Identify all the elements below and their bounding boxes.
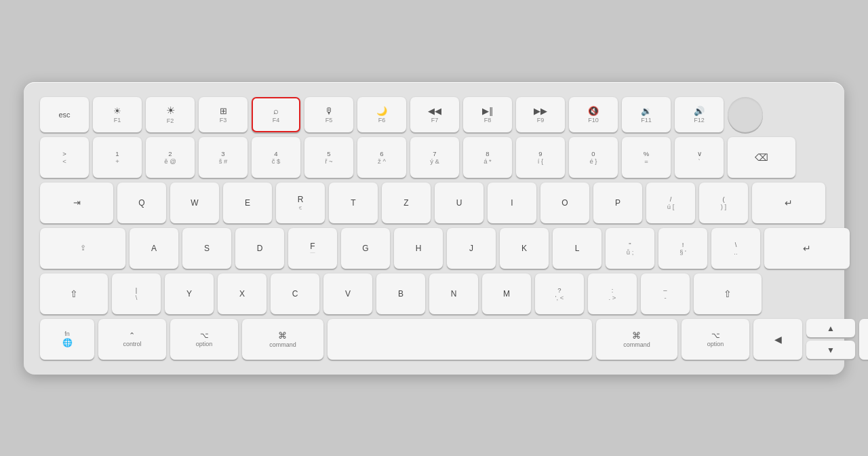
8-key[interactable]: 8 á *	[463, 137, 512, 178]
asdf-row: ⇪ A S D F — G H J K L	[40, 228, 828, 269]
function-key-row: esc ☀ F1 ☀ F2 ⊞ F3 ⌕ F4 🎙 F5 🌙 F6 ◀◀ F7	[40, 97, 828, 132]
f3-key[interactable]: ⊞ F3	[199, 97, 248, 132]
hash-key[interactable]: \ ..	[711, 228, 760, 269]
f11-key[interactable]: 🔉 F11	[622, 97, 671, 132]
x-key[interactable]: X	[218, 273, 267, 314]
touch-id-button[interactable]	[728, 97, 763, 132]
v-key[interactable]: V	[323, 273, 372, 314]
command-left-key[interactable]: ⌘ command	[242, 319, 323, 360]
w-key[interactable]: W	[170, 183, 219, 223]
bracket-left-key[interactable]: / ú [	[646, 183, 695, 223]
r-key[interactable]: R €	[276, 183, 325, 223]
shift-left-key[interactable]: ⇧	[40, 273, 108, 314]
return-key[interactable]: ↵	[752, 183, 825, 223]
esc-key[interactable]: esc	[40, 97, 89, 132]
spacebar-key[interactable]	[328, 319, 592, 360]
qwerty-row: ⇥ Q W E R € T Z U I O	[40, 183, 828, 223]
command-right-key[interactable]: ⌘ command	[596, 319, 677, 360]
arrow-right-key[interactable]: ▶	[859, 319, 868, 360]
slash-key[interactable]: – -	[641, 273, 690, 314]
fn-key[interactable]: fn 🌐	[40, 319, 94, 360]
y-key[interactable]: Y	[165, 273, 214, 314]
f2-key[interactable]: ☀ F2	[146, 97, 195, 132]
number-key-row: > < 1 + 2 ě @ 3 š # 4 č $	[40, 137, 828, 178]
semicolon-key[interactable]: " ů ;	[606, 228, 654, 269]
l-key[interactable]: L	[553, 228, 601, 269]
return-key-2[interactable]: ↵	[764, 228, 850, 269]
p-key[interactable]: P	[593, 183, 642, 223]
h-key[interactable]: H	[394, 228, 443, 269]
option-left-key[interactable]: ⌥ option	[170, 319, 238, 360]
n-key[interactable]: N	[429, 273, 478, 314]
g-key[interactable]: G	[341, 228, 390, 269]
c-key[interactable]: C	[271, 273, 319, 314]
4-key[interactable]: 4 č $	[252, 137, 300, 178]
minus-key[interactable]: % =	[622, 137, 671, 178]
z-key[interactable]: Z	[382, 183, 431, 223]
j-key[interactable]: J	[447, 228, 496, 269]
backspace-key[interactable]: ⌫	[728, 137, 795, 178]
option-right-key[interactable]: ⌥ option	[682, 319, 749, 360]
1-key[interactable]: 1 +	[93, 137, 142, 178]
q-key[interactable]: Q	[117, 183, 166, 223]
5-key[interactable]: 5 ř ~	[304, 137, 353, 178]
f1-key[interactable]: ☀ F1	[93, 97, 142, 132]
f10-key[interactable]: 🔇 F10	[569, 97, 618, 132]
bracket-right-key[interactable]: ( ) ]	[699, 183, 748, 223]
7-key[interactable]: 7 ý &	[410, 137, 459, 178]
modifier-row: fn 🌐 ⌃ control ⌥ option ⌘ command	[40, 319, 828, 360]
shift-row: ⇧ | \ Y X C V B N M ?	[40, 273, 828, 314]
arrow-down-key[interactable]: ▼	[806, 341, 855, 359]
m-key[interactable]: M	[482, 273, 531, 314]
f5-key[interactable]: 🎙 F5	[304, 97, 353, 132]
pipe-key[interactable]: | \	[112, 273, 161, 314]
control-key[interactable]: ⌃ control	[98, 319, 166, 360]
t-key[interactable]: T	[329, 183, 378, 223]
o-key[interactable]: O	[540, 183, 589, 223]
9-key[interactable]: 9 í {	[516, 137, 565, 178]
f4-key[interactable]: ⌕ F4	[252, 97, 300, 132]
f12-key[interactable]: 🔊 F12	[675, 97, 724, 132]
k-key[interactable]: K	[500, 228, 549, 269]
6-key[interactable]: 6 ž ^	[357, 137, 406, 178]
i-key[interactable]: I	[488, 183, 536, 223]
quote-key[interactable]: ! § '	[658, 228, 707, 269]
a-key[interactable]: A	[130, 228, 178, 269]
backtick-key[interactable]: > <	[40, 137, 89, 178]
b-key[interactable]: B	[376, 273, 425, 314]
e-key[interactable]: E	[223, 183, 272, 223]
f-key[interactable]: F —	[288, 228, 337, 269]
f7-key[interactable]: ◀◀ F7	[410, 97, 459, 132]
period-key[interactable]: : . >	[588, 273, 637, 314]
u-key[interactable]: U	[435, 183, 484, 223]
f9-key[interactable]: ▶▶ F9	[516, 97, 565, 132]
shift-right-key[interactable]: ⇧	[694, 273, 762, 314]
arrow-left-key[interactable]: ◀	[753, 319, 802, 360]
arrow-up-key[interactable]: ▲	[806, 319, 855, 337]
0-key[interactable]: 0 é }	[569, 137, 618, 178]
arrow-up-down-cluster: ▲ ▼	[806, 319, 855, 359]
caps-lock-key[interactable]: ⇪	[40, 228, 125, 269]
keyboard: esc ☀ F1 ☀ F2 ⊞ F3 ⌕ F4 🎙 F5 🌙 F6 ◀◀ F7	[24, 82, 844, 375]
d-key[interactable]: D	[235, 228, 284, 269]
f8-key[interactable]: ▶‖ F8	[463, 97, 512, 132]
2-key[interactable]: 2 ě @	[146, 137, 195, 178]
3-key[interactable]: 3 š #	[199, 137, 248, 178]
tab-key[interactable]: ⇥	[40, 183, 113, 223]
comma-key[interactable]: ? ', <	[535, 273, 584, 314]
s-key[interactable]: S	[182, 228, 231, 269]
f6-key[interactable]: 🌙 F6	[357, 97, 406, 132]
equals-key[interactable]: ∨ `	[675, 137, 724, 178]
